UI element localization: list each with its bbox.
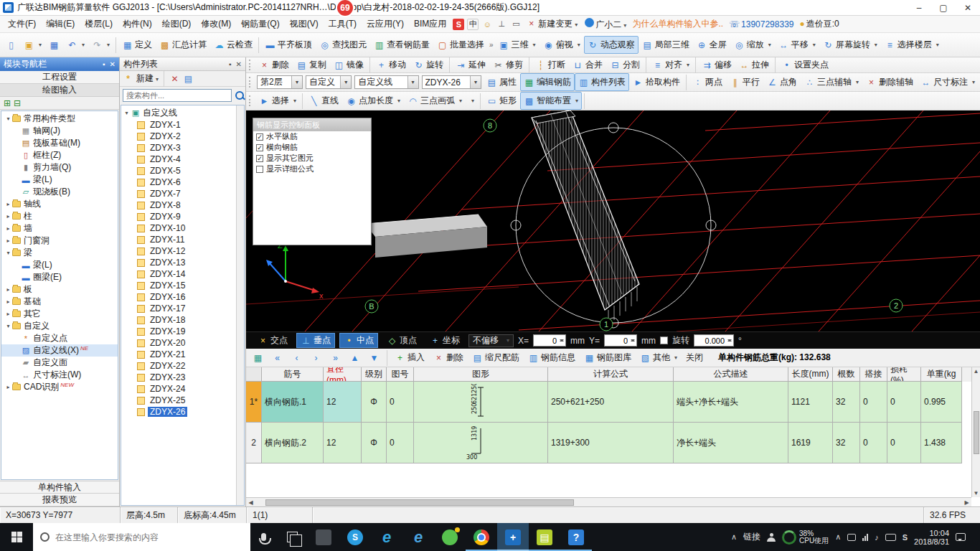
draw-line-icon[interactable]: ╲直线 [305, 92, 342, 110]
menu-item[interactable]: BIM应用 [409, 17, 451, 32]
assistant-button[interactable]: 广小二 [583, 18, 626, 31]
draw-select-cursor-icon[interactable]: ►选择 [255, 92, 300, 110]
y-input[interactable] [604, 334, 637, 347]
action-center-icon[interactable] [956, 533, 966, 541]
layer-comp-list-icon[interactable]: ▥构件列表 [575, 73, 629, 91]
sogou-ime-icon[interactable]: S [453, 19, 464, 30]
figure-number-cell[interactable]: 0 [387, 382, 414, 423]
column-header[interactable]: 计算公式 [548, 367, 674, 382]
price-bean-status[interactable]: ●造价豆:0 [799, 18, 839, 30]
horizontal-scrollbar[interactable]: ◀ ▶ [246, 497, 971, 507]
layer-pick-icon[interactable]: ►拾取构件 [629, 73, 684, 91]
tree-item[interactable]: ▸墙 [1, 222, 118, 235]
scrollbar-thumb[interactable] [265, 499, 574, 506]
count-cell[interactable]: 32 [833, 382, 860, 423]
tree-toggle-icon[interactable]: ▸ [4, 298, 12, 305]
menu-item[interactable]: 构件(N) [118, 17, 157, 32]
snap-midpoint-icon[interactable]: •中点 [339, 333, 378, 348]
tree-item[interactable]: ▬圈梁(E) [1, 271, 118, 283]
menu-item[interactable]: 绘图(D) [157, 17, 197, 32]
scroll-down-icon[interactable]: ▼ [974, 490, 979, 496]
menu-item[interactable]: 钢筋量(Q) [236, 17, 284, 32]
axis-del-axis-icon[interactable]: ×删除辅轴 [862, 73, 917, 91]
snap-perpendicular-icon[interactable]: ⊥垂点 [296, 333, 335, 348]
lap-cell[interactable]: 0 [860, 382, 887, 423]
edit-extend-icon[interactable]: ⇥延伸 [452, 56, 489, 74]
component-item[interactable]: ZDYX-13 [121, 257, 244, 268]
editor-next-icon[interactable]: › [307, 349, 325, 366]
checked-checkbox-icon[interactable]: ✓ [256, 155, 263, 162]
task-view-button[interactable] [276, 523, 308, 551]
close-icon[interactable]: ✕ [236, 60, 242, 68]
overflow-chevron-icon[interactable]: » [488, 41, 495, 49]
editor-insert-icon[interactable]: +插入 [391, 349, 428, 367]
pin-icon[interactable]: ▪ [229, 60, 232, 68]
component-item[interactable]: ZDYX-10 [121, 222, 244, 234]
axis-dim-icon[interactable]: ↔尺寸标注 [917, 73, 979, 91]
offset-mode-combo[interactable]: 不偏移 [468, 334, 514, 347]
menu-item[interactable]: 楼层(L) [80, 17, 118, 32]
project-settings-button[interactable]: 工程设置 [0, 71, 119, 84]
editor-last-icon[interactable]: » [326, 349, 344, 366]
component-item[interactable]: ZDYX-9 [121, 211, 244, 222]
type-combo[interactable]: 自定义线▾ [354, 75, 418, 89]
checked-checkbox-icon[interactable]: ✓ [256, 133, 263, 141]
row-number-cell[interactable]: 1* [246, 382, 262, 423]
column-header[interactable]: 单重(kg [921, 367, 962, 382]
report-preview-button[interactable]: 报表预览 [0, 494, 119, 507]
emoji-icon[interactable]: ☺ [481, 19, 493, 30]
toolbar-undo-icon[interactable]: ↶ [63, 37, 88, 53]
menu-item[interactable]: 云应用(Y) [362, 17, 409, 32]
keyboard-icon[interactable] [885, 534, 896, 541]
length-cell[interactable]: 1619 [788, 423, 833, 463]
formula-cell[interactable]: 1319+300 [548, 423, 674, 463]
edit-align-icon[interactable]: ≡对齐 [649, 56, 693, 74]
shape-cell[interactable]: 250621250 [414, 382, 548, 423]
close-button[interactable]: ✕ [956, 0, 980, 15]
edit-move-icon[interactable]: +移动 [372, 56, 410, 74]
toolbar-calc-icon[interactable]: ▩汇总计算 [156, 36, 210, 54]
edit-stretch-icon[interactable]: ↔拉伸 [735, 56, 773, 74]
component-item[interactable]: ZDYX-16 [121, 291, 244, 303]
rotate-checkbox[interactable] [660, 336, 668, 344]
keyboard-icon[interactable]: ▭ [510, 19, 522, 30]
component-item[interactable]: ZDYX-25 [121, 395, 244, 406]
pin-icon[interactable]: ▪ [103, 60, 105, 68]
scroll-up-icon[interactable]: ▲ [974, 368, 979, 375]
toolbar-new-file-icon[interactable]: ▯ [2, 37, 20, 53]
tree-toggle-icon[interactable]: ▸ [4, 201, 12, 207]
display-option[interactable]: 显示详细公式 [253, 164, 371, 174]
component-item[interactable]: ZDYX-26 [121, 406, 244, 418]
toolbar-batch-select-icon[interactable]: ▢批量选择 [433, 36, 488, 54]
bell-icon[interactable] [847, 534, 856, 541]
tree-toggle-icon[interactable]: ▸ [4, 237, 12, 244]
toolbar-topview-icon[interactable]: ◉俯视 [540, 36, 584, 54]
toolbar-rotate-screen-icon[interactable]: ↻屏幕旋转 [819, 36, 881, 54]
network-icon[interactable] [862, 533, 868, 541]
toolbar-define-icon[interactable]: ▦定义 [118, 36, 156, 54]
chevron-up-icon[interactable]: ∧ [731, 532, 737, 542]
level-cell[interactable]: Φ [362, 382, 387, 423]
editor-other-icon[interactable]: ▧其他 [636, 349, 681, 367]
display-option[interactable]: ✓横向钢筋 [253, 142, 371, 153]
diameter-cell[interactable]: 12 [324, 423, 362, 463]
toolbar-grip[interactable] [249, 95, 252, 106]
copy-component-icon[interactable]: ▤ [183, 73, 194, 84]
edit-trim-icon[interactable]: ✂修剪 [489, 56, 527, 74]
vertical-scrollbar[interactable]: ▲ ▼ [971, 367, 980, 497]
editor-up-icon[interactable]: ▲ [346, 349, 364, 366]
column-header[interactable]: 图号 [387, 367, 414, 382]
editor-scale-rebar-icon[interactable]: ▤缩尺配筋 [468, 349, 523, 367]
taskbar-clock[interactable]: 10:04 2018/8/31 [914, 529, 949, 546]
column-header[interactable]: 直径(mm) [324, 367, 362, 382]
component-item[interactable]: ZDYX-22 [121, 360, 244, 372]
component-item[interactable]: ZDYX-20 [121, 337, 244, 349]
x-input[interactable] [533, 334, 566, 347]
editor-prev-icon[interactable]: ‹ [288, 349, 306, 366]
rotate-input[interactable] [694, 334, 734, 347]
axis-point-angle-icon[interactable]: ∠点角 [763, 73, 801, 91]
draw-point-length-icon[interactable]: ◉点加长度 [342, 92, 404, 110]
toolbar-align-slab-icon[interactable]: ▬平齐板顶 [261, 36, 316, 54]
toolbar-view-rebar-icon[interactable]: ▥查看钢筋量 [370, 36, 433, 54]
toolbar-grip[interactable] [249, 77, 252, 88]
